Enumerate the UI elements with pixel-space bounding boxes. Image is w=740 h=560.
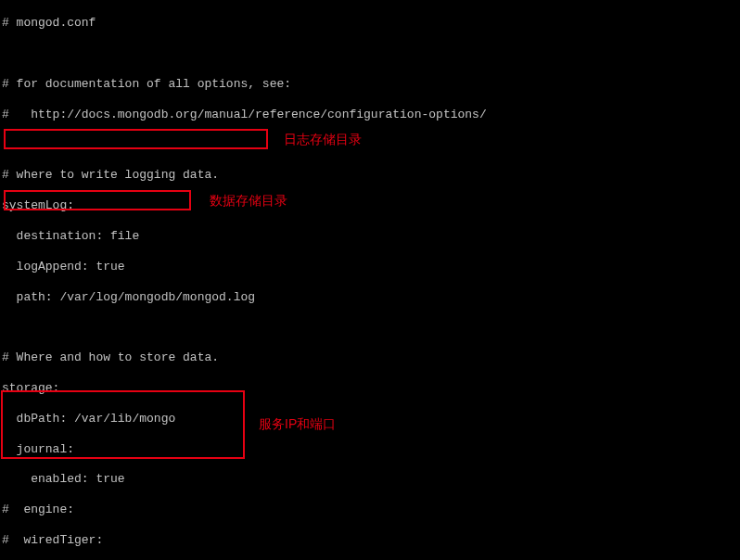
config-line — [2, 46, 740, 61]
config-line: destination: file — [2, 229, 740, 244]
terminal-output: # mongod.conf # for documentation of all… — [2, 1, 740, 560]
config-line: systemLog: — [2, 198, 740, 213]
config-line: # http://docs.mongodb.org/manual/referen… — [2, 108, 740, 122]
config-line: journal: — [2, 442, 740, 457]
config-line — [2, 138, 740, 153]
config-line: # engine: — [2, 503, 740, 517]
config-line: path: /var/log/mongodb/mongod.log — [2, 290, 740, 305]
config-line: storage: — [2, 381, 740, 396]
config-line: enabled: true — [2, 472, 740, 487]
config-line: # mongod.conf — [2, 16, 740, 31]
config-line: logAppend: true — [2, 260, 740, 274]
config-line: # for documentation of all options, see: — [2, 77, 740, 92]
config-line: # wiredTiger: — [2, 533, 740, 548]
config-line: # where to write logging data. — [2, 168, 740, 183]
config-line — [2, 320, 740, 335]
config-line: dbPath: /var/lib/mongo — [2, 412, 740, 426]
config-line: # Where and how to store data. — [2, 350, 740, 365]
